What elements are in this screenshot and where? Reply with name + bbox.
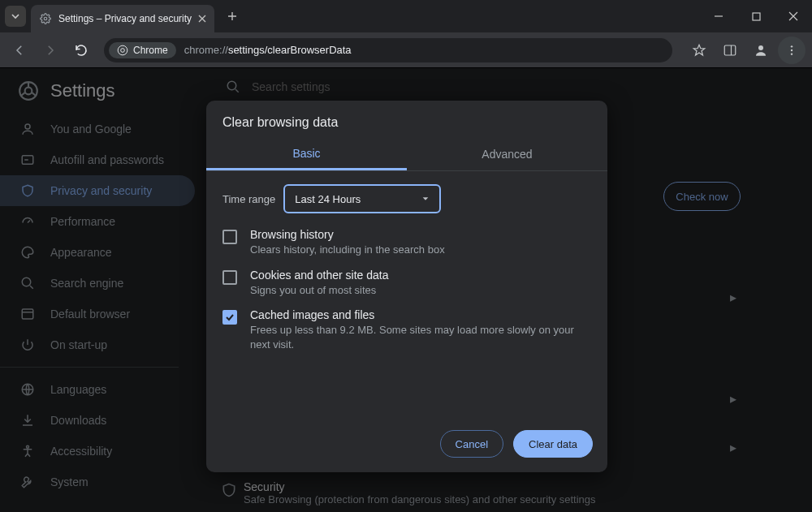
chrome-menu-button[interactable] [778, 37, 806, 64]
dialog-footer: Cancel Clear data [206, 419, 607, 472]
new-tab-button[interactable] [221, 5, 244, 28]
window-controls [700, 0, 812, 32]
address-bar[interactable]: Chrome chrome://settings/clearBrowserDat… [104, 38, 672, 62]
arrow-left-icon [12, 43, 27, 58]
close-window-button[interactable] [775, 0, 812, 32]
option-desc: Signs you out of most sites [250, 283, 388, 298]
svg-point-8 [791, 53, 793, 54]
minimize-icon [714, 11, 723, 21]
tab-title: Settings – Privacy and security [58, 13, 192, 24]
close-icon [788, 11, 798, 21]
reload-button[interactable] [68, 37, 94, 63]
site-chip-label: Chrome [133, 45, 168, 56]
panel-icon [723, 43, 737, 58]
svg-point-5 [758, 45, 763, 50]
option-title: Browsing history [250, 228, 445, 241]
gear-icon [39, 12, 52, 25]
checkbox-cached-images[interactable] [222, 310, 237, 325]
forward-button[interactable] [37, 37, 63, 63]
svg-point-6 [791, 45, 793, 47]
minimize-button[interactable] [700, 0, 737, 32]
bookmark-button[interactable] [685, 37, 713, 64]
star-icon [692, 43, 706, 58]
maximize-icon [752, 12, 761, 21]
tab-advanced[interactable]: Advanced [407, 138, 607, 170]
option-desc: Frees up less than 9.2 MB. Some sites ma… [250, 323, 591, 351]
time-range-row: Time range Last 24 Hours [222, 184, 591, 213]
check-icon [225, 312, 235, 322]
checkbox-cookies[interactable] [222, 270, 237, 285]
dialog-tabs: Basic Advanced [206, 138, 607, 171]
cancel-button[interactable]: Cancel [440, 430, 503, 458]
checkbox-browsing-history[interactable] [222, 230, 237, 244]
dialog-title: Clear browsing data [206, 101, 607, 138]
url-text: chrome://settings/clearBrowserData [184, 44, 352, 56]
close-tab-button[interactable] [198, 11, 206, 26]
arrow-right-icon [43, 43, 58, 58]
profile-button[interactable] [747, 37, 775, 64]
browser-toolbar: Chrome chrome://settings/clearBrowserDat… [0, 32, 812, 68]
svg-rect-1 [753, 13, 760, 20]
toolbar-right [685, 37, 806, 64]
option-cookies[interactable]: Cookies and other site data Signs you ou… [222, 269, 591, 298]
close-icon [198, 15, 206, 23]
dialog-body: Time range Last 24 Hours Browsing histor… [206, 171, 607, 419]
time-range-select[interactable]: Last 24 Hours [283, 184, 441, 213]
maximize-button[interactable] [737, 0, 775, 32]
svg-point-7 [791, 49, 793, 50]
back-button[interactable] [6, 37, 32, 63]
clear-data-button[interactable]: Clear data [513, 430, 593, 458]
svg-point-2 [118, 45, 127, 55]
clear-browsing-data-dialog: Clear browsing data Basic Advanced Time … [206, 101, 607, 472]
time-range-label: Time range [222, 193, 275, 205]
option-title: Cached images and files [250, 308, 591, 321]
person-icon [754, 43, 768, 58]
svg-point-0 [44, 17, 47, 20]
caret-down-icon [421, 195, 430, 203]
chevron-down-icon [11, 11, 20, 21]
side-panel-button[interactable] [716, 37, 744, 64]
browser-tab[interactable]: Settings – Privacy and security [31, 5, 214, 32]
tab-basic[interactable]: Basic [206, 138, 407, 170]
kebab-icon [785, 44, 798, 57]
site-chip[interactable]: Chrome [109, 42, 176, 58]
plus-icon [227, 11, 237, 21]
svg-point-3 [121, 48, 125, 52]
svg-rect-4 [724, 45, 736, 55]
chrome-icon [117, 45, 128, 56]
time-range-value: Last 24 Hours [295, 193, 361, 205]
option-title: Cookies and other site data [250, 269, 388, 282]
title-bar: Settings – Privacy and security [0, 0, 812, 32]
option-cached-images[interactable]: Cached images and files Frees up less th… [222, 308, 591, 351]
option-browsing-history[interactable]: Browsing history Clears history, includi… [222, 228, 591, 257]
option-desc: Clears history, including in the search … [250, 243, 445, 257]
reload-icon [74, 43, 89, 58]
tab-search-button[interactable] [5, 6, 26, 27]
